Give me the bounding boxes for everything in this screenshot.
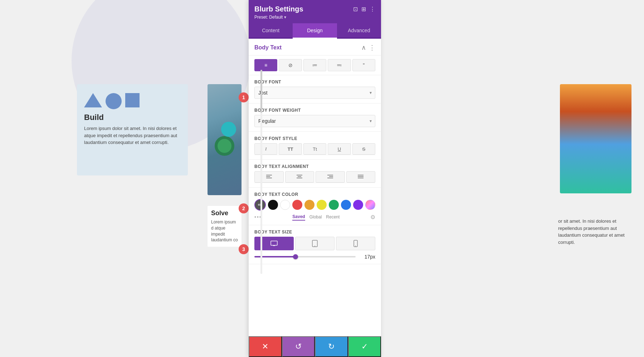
toy-teal-circle — [221, 122, 236, 137]
step-badge-2: 2 — [239, 203, 249, 213]
panel-scrollbar — [260, 70, 262, 274]
text-align-btn[interactable]: ≡ — [254, 59, 277, 71]
undo-button[interactable]: ↺ — [282, 336, 315, 357]
tab-content[interactable]: Content — [249, 23, 293, 39]
size-slider[interactable] — [254, 256, 356, 257]
no-style-btn[interactable]: ⊘ — [279, 59, 302, 71]
panel-header-icons: ⊡ ⊞ ⋮ — [353, 6, 375, 13]
align-center-btn[interactable] — [285, 171, 314, 183]
align-right-btn[interactable] — [316, 171, 345, 183]
color-swatch-purple[interactable] — [353, 200, 363, 210]
color-tab-global[interactable]: Global — [309, 214, 322, 220]
body-font-weight-section: Body Font Weight Regular Bold Light ▾ — [249, 103, 381, 132]
body-font-style-label: Body Font Style — [254, 136, 375, 141]
italic-btn[interactable]: I — [254, 143, 277, 155]
color-swatch-blue[interactable] — [341, 200, 351, 210]
color-swatch-yellow[interactable] — [317, 200, 327, 210]
color-tab-saved[interactable]: Saved — [292, 213, 305, 221]
collapse-icon[interactable]: ∧ — [361, 44, 366, 52]
color-swatches: ✏ — [254, 199, 375, 211]
section-more-icon[interactable]: ⋮ — [369, 44, 375, 52]
step-badge-1: 1 — [239, 92, 249, 102]
settings-panel: Blurb Settings ⊡ ⊞ ⋮ Preset: Default ▾ C… — [249, 0, 381, 357]
size-value: 17px — [359, 254, 375, 260]
body-font-section: Body Font Jost Arial Georgia ▾ — [249, 75, 381, 103]
body-text-alignment-section: Body Text Alignment — [249, 160, 381, 188]
solve-text: Lorem ipsum d atque impedit laudantium c… — [211, 219, 238, 243]
card-left-text: Lorem ipsum dolor sit amet. In nisi dolo… — [84, 125, 181, 146]
text-style-buttons-row: ≡ ⊘ ≔ ≕ " — [249, 56, 381, 75]
tablet-device-btn[interactable] — [295, 237, 335, 250]
right-body-text: or sit amet. In nisi dolores et repellen… — [558, 218, 630, 246]
numbered-list-btn[interactable]: ≕ — [328, 59, 351, 71]
tab-advanced[interactable]: Advanced — [337, 23, 381, 39]
toy-green-circle — [215, 136, 234, 156]
size-slider-row: 17px — [254, 254, 375, 260]
section-header-controls: ∧ ⋮ — [361, 44, 375, 52]
cancel-button[interactable]: ✕ — [249, 336, 282, 357]
focus-icon[interactable]: ⊡ — [353, 6, 358, 13]
color-tab-recent[interactable]: Recent — [326, 214, 340, 220]
solve-title: Solve — [211, 209, 238, 217]
bullet-list-btn[interactable]: ≔ — [303, 59, 326, 71]
svg-point-16 — [314, 246, 315, 246]
color-swatch-orange[interactable] — [304, 200, 314, 210]
body-text-size-label: Body Text Size — [254, 230, 375, 235]
triangle-shape — [84, 93, 102, 107]
panel-preset: Preset: Default ▾ — [254, 15, 375, 20]
align-justify-btn[interactable] — [346, 171, 376, 183]
color-swatch-white[interactable] — [280, 200, 290, 210]
body-text-color-section: Body Text Color ✏ ••• — [249, 188, 381, 225]
section-body-text-title: Body Text — [254, 44, 282, 51]
more-icon[interactable]: ⋮ — [370, 6, 375, 13]
size-slider-thumb[interactable] — [293, 254, 298, 259]
quote-btn[interactable]: " — [352, 59, 375, 71]
panel-tabs: Content Design Advanced — [249, 23, 381, 39]
align-left-btn[interactable] — [254, 171, 284, 183]
bold-tt-btn[interactable]: TT — [279, 143, 302, 155]
save-button[interactable]: ✓ — [348, 336, 381, 357]
rect-shape — [125, 93, 140, 107]
circle-shape — [106, 93, 122, 109]
body-font-weight-select-wrapper: Regular Bold Light ▾ — [254, 115, 375, 127]
body-font-select-wrapper: Jost Arial Georgia ▾ — [254, 87, 375, 99]
color-swatch-gradient[interactable] — [365, 200, 375, 210]
body-font-weight-select[interactable]: Regular Bold Light — [254, 115, 375, 127]
active-color-swatch-wrapper[interactable]: ✏ — [254, 199, 266, 211]
body-text-size-section: Body Text Size 17px — [249, 225, 381, 264]
color-tabs-row: ••• Saved Global Recent ⚙ — [254, 213, 375, 221]
color-swatch-black[interactable] — [268, 200, 278, 210]
body-font-weight-label: Body Font Weight — [254, 108, 375, 113]
step-badge-3: 3 — [239, 244, 249, 254]
strikethrough-btn[interactable]: S — [352, 143, 375, 155]
panel-title: Blurb Settings — [254, 5, 303, 13]
body-font-label: Body Font — [254, 79, 375, 85]
body-text-color-label: Body Text Color — [254, 192, 375, 197]
layout-icon[interactable]: ⊞ — [361, 6, 366, 13]
panel-header-top: Blurb Settings ⊡ ⊞ ⋮ — [254, 5, 375, 13]
panel-header: Blurb Settings ⊡ ⊞ ⋮ Preset: Default ▾ — [249, 0, 381, 23]
panel-scrollbar-thumb — [260, 70, 262, 113]
solve-card: Solve Lorem ipsum d atque impedit laudan… — [208, 206, 241, 247]
underline-btn[interactable]: U — [328, 143, 351, 155]
card-build: Build Lorem ipsum dolor sit amet. In nis… — [77, 84, 188, 175]
body-text-alignment-label: Body Text Alignment — [254, 164, 375, 169]
phone-device-btn[interactable] — [336, 237, 375, 250]
tab-design[interactable]: Design — [293, 23, 337, 39]
thin-tt-btn[interactable]: Tt — [303, 143, 326, 155]
section-body-text-header: Body Text ∧ ⋮ — [249, 39, 381, 56]
card-left-title: Build — [84, 113, 104, 122]
body-font-select[interactable]: Jost Arial Georgia — [254, 87, 375, 99]
device-icons-row — [254, 237, 375, 250]
svg-point-18 — [355, 246, 356, 246]
color-swatch-red[interactable] — [292, 200, 302, 210]
color-swatch-green[interactable] — [329, 200, 339, 210]
color-settings-icon[interactable]: ⚙ — [370, 214, 375, 221]
card-right-photo — [560, 84, 631, 193]
panel-content: Body Text ∧ ⋮ ≡ ⊘ ≔ ≕ " Body Font Jost A… — [249, 39, 381, 357]
body-font-style-section: Body Font Style I TT Tt U S — [249, 132, 381, 160]
active-color-swatch: ✏ — [254, 199, 266, 211]
alignment-buttons — [254, 171, 375, 183]
redo-button[interactable]: ↻ — [315, 336, 348, 357]
panel-footer: ✕ ↺ ↻ ✓ — [249, 336, 381, 357]
